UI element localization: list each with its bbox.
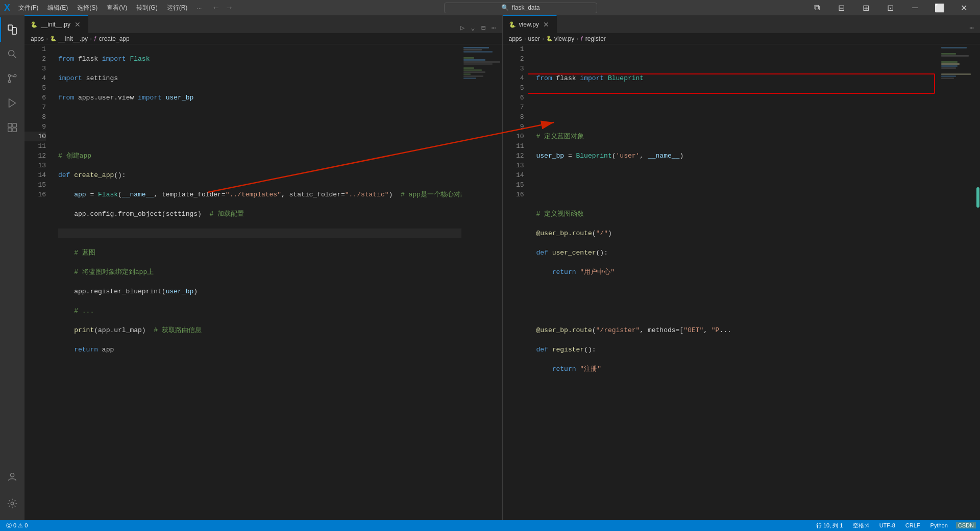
code-line-7: def create_app(): [58,170,461,180]
right-breadcrumb-file-icon: 🐍 [546,36,552,41]
left-editor-pane: 🐍 __init__.py ✕ ▷ ⌄ ⊟ ⋯ apps › [24,15,503,520]
status-encoding[interactable]: UTF-8 [877,522,897,528]
search-text: flask_data [512,4,540,11]
right-tab-bar: 🐍 view.py ✕ ⋯ [503,15,981,33]
right-code-line-3 [536,112,940,122]
right-more-actions-button[interactable]: ⋯ [968,22,976,33]
status-errors[interactable]: ⓪ 0 ⚠ 0 [4,522,30,529]
tab-init-py[interactable]: 🐍 __init__.py ✕ [24,15,88,33]
run-button[interactable]: ▷ [458,22,467,33]
svg-point-14 [10,473,14,477]
breadcrumb-file-icon: 🐍 [50,36,56,41]
right-code-line-1: from flask import Blueprint [536,73,940,83]
titlebar-window-controls: ⧉ ⊟ ⊞ ⊡ ─ ⬜ ✕ [805,0,976,15]
svg-rect-11 [13,123,16,127]
status-right: 行 10, 列 1 空格:4 UTF-8 CRLF Python CSDN [814,522,976,529]
layout-split-button[interactable]: ⊟ [830,0,853,15]
run-dropdown-button[interactable]: ⌄ [469,22,477,33]
tab-view-icon: 🐍 [509,21,516,28]
activity-bottom [0,465,24,520]
activity-extensions[interactable] [0,115,24,140]
activity-source-control[interactable] [0,66,24,91]
right-code-line-16: return "注册" [536,364,940,374]
titlebar-search[interactable]: 🔍 flask_data [444,3,597,13]
status-eol[interactable]: CRLF [903,522,922,528]
right-code-line-6 [536,170,940,180]
right-breadcrumb-func-icon: ƒ [580,36,583,41]
breadcrumb-create-app: create_app [99,35,130,42]
code-line-6: # 创建app [58,151,461,161]
right-code-line-12 [536,287,940,296]
menu-more[interactable]: ... [192,3,206,13]
menu-view[interactable]: 查看(V) [103,3,131,13]
menu-file[interactable]: 文件(F) [14,3,42,13]
svg-marker-8 [9,99,16,108]
menu-edit[interactable]: 编辑(E) [43,3,72,13]
right-code-line-14: @user_bp.route("/register", methods=["GE… [536,325,940,335]
right-code-line-11: return "用户中心" [536,267,940,277]
svg-rect-1 [12,28,16,34]
code-line-11: # 蓝图 [58,248,461,258]
activity-account[interactable] [0,465,24,489]
tab-view-close[interactable]: ✕ [542,19,550,30]
right-code-line-15: def register(): [536,345,940,355]
layout-grid-button[interactable]: ⊞ [854,0,878,15]
activity-bar [0,15,24,520]
scrollbar-thumb[interactable] [976,187,979,208]
right-pane-actions: ⋯ [968,22,980,33]
right-code-line-9: @user_bp.route("/") [536,229,940,238]
code-line-1: from flask import Flask [58,54,461,64]
nav-back-button[interactable]: ← [210,2,222,13]
minimize-button[interactable]: ─ [903,0,927,15]
nav-forward-button[interactable]: → [223,2,235,13]
svg-rect-10 [8,123,12,127]
status-line-col[interactable]: 行 10, 列 1 [814,522,845,529]
code-line-10 [58,229,461,238]
left-code-content: from flask import Flask import settings … [50,44,461,520]
tab-view-label: view.py [519,21,539,28]
right-scrollbar[interactable] [975,44,980,520]
activity-search[interactable] [0,42,24,66]
more-actions-button[interactable]: ⋯ [489,22,498,33]
right-breadcrumb-view-py: view.py [554,35,574,42]
status-spaces[interactable]: 空格:4 [851,522,871,529]
svg-rect-13 [13,128,16,132]
svg-line-3 [13,55,16,58]
right-code-area[interactable]: 12345 678910 111213141516 from flask imp… [503,44,981,520]
menu-goto[interactable]: 转到(G) [132,3,161,13]
right-breadcrumb: apps › user › 🐍 view.py › ƒ register [503,33,981,44]
code-line-15: print(app.url_map) # 获取路由信息 [58,325,461,335]
status-csdn[interactable]: CSDN [956,522,976,528]
breadcrumb-init-py: __init__.py [58,35,88,42]
tab-init-close[interactable]: ✕ [74,19,82,30]
activity-run[interactable] [0,91,24,115]
maximize-button[interactable]: ⬜ [928,0,951,15]
status-language[interactable]: Python [928,522,950,528]
left-pane-actions: ▷ ⌄ ⊟ ⋯ [458,22,502,33]
right-editor-pane: 🐍 view.py ✕ ⋯ apps › user › 🐍 [503,15,981,520]
activity-explorer[interactable] [0,17,24,42]
nav-arrows: ← → [210,2,235,13]
close-button[interactable]: ✕ [952,0,976,15]
right-code-line-8: # 定义视图函数 [536,209,940,219]
left-minimap [461,44,502,520]
menu-select[interactable]: 选择(S) [73,3,102,13]
right-minimap [939,44,980,520]
right-breadcrumb-user: user [528,35,540,42]
menu-run[interactable]: 运行(R) [163,3,192,13]
right-breadcrumb-apps: apps [509,35,522,42]
right-code-content: from flask import Blueprint # 定义蓝图对象 use… [528,44,940,520]
activity-settings[interactable] [0,491,24,516]
code-line-3: from apps.user.view import user_bp [58,93,461,103]
code-line-2: import settings [58,73,461,83]
tab-view-py[interactable]: 🐍 view.py ✕ [503,15,557,33]
split-editor-button[interactable]: ⊟ [479,22,487,33]
layout-more-button[interactable]: ⊡ [879,0,902,15]
layout-editor-button[interactable]: ⧉ [805,0,829,15]
main-layout: 🐍 __init__.py ✕ ▷ ⌄ ⊟ ⋯ apps › [0,15,980,520]
right-code-line-13 [536,306,940,316]
code-line-13: app.register_blueprint(user_bp) [58,287,461,296]
left-code-area[interactable]: 12345 6789 10 111213141516 from flask im… [24,44,502,520]
right-code-line-4: # 定义蓝图对象 [536,132,940,141]
svg-point-4 [8,74,11,77]
